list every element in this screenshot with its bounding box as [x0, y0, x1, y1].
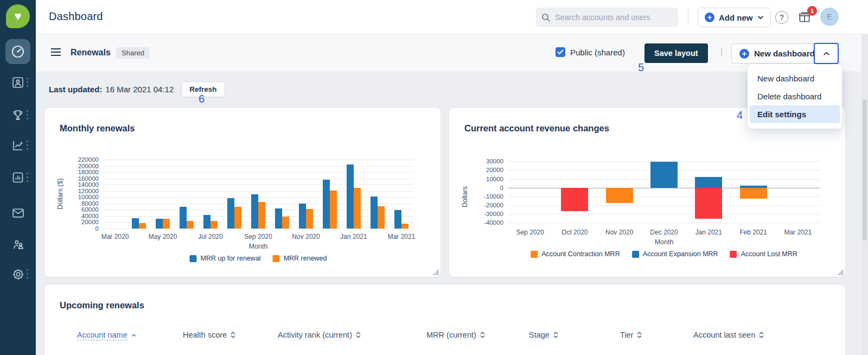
bar-nov-2020[interactable] [306, 209, 313, 229]
bar-dec-2020[interactable] [323, 180, 330, 229]
legend-item[interactable]: Account Lost MRR [730, 250, 797, 258]
bar-mar-2021[interactable] [401, 224, 409, 229]
public-checkbox[interactable] [556, 47, 565, 57]
sidebar-item-messages[interactable] [0, 200, 36, 226]
sidebar-item-growth[interactable] [0, 132, 36, 159]
bar-feb-2021[interactable] [740, 186, 767, 187]
bar-oct-2020[interactable] [282, 217, 289, 229]
sidebar-item-reports[interactable] [0, 164, 36, 191]
bar-nov-2020[interactable] [299, 204, 306, 229]
settings-drag-handle[interactable] [27, 269, 29, 278]
bar-dec-2020[interactable] [330, 191, 337, 229]
help-button[interactable]: ? [775, 11, 788, 24]
y-axis-title: Dollars [461, 186, 469, 207]
column-header-activity-rank-current[interactable]: Activity rank (current) [278, 331, 361, 339]
save-layout-button[interactable]: Save layout [644, 43, 708, 63]
resize-handle[interactable] [432, 269, 439, 275]
gridline [103, 197, 413, 198]
bar-aug-2020[interactable] [234, 207, 241, 229]
column-header-stage[interactable]: Stage [529, 331, 558, 339]
menu-item-edit-settings[interactable]: Edit settings [750, 105, 840, 123]
sidebar-item-success[interactable] [0, 102, 36, 128]
y-tick-label: 160000 [65, 175, 99, 182]
bar-feb-2021[interactable] [740, 188, 767, 199]
column-label: Stage [529, 331, 550, 339]
legend-label: Account Lost MRR [741, 250, 797, 258]
gridline [508, 214, 820, 214]
accounts-drag-handle[interactable] [27, 78, 29, 87]
bar-apr-2020[interactable] [132, 218, 139, 229]
bar-oct-2020[interactable] [275, 208, 282, 229]
legend-item[interactable]: MRR up for renewal [189, 255, 260, 262]
bar-jun-2020[interactable] [187, 221, 194, 229]
sidebar-item-settings[interactable] [0, 261, 36, 287]
bar-sep-2020[interactable] [258, 202, 265, 229]
notification-badge: 1 [807, 6, 817, 16]
bar-oct-2020[interactable] [561, 188, 588, 211]
legend-item[interactable]: Account Expansion MRR [632, 250, 718, 258]
column-header-tier[interactable]: Tier [620, 331, 642, 339]
column-header-health-score[interactable]: Health score [183, 331, 235, 339]
dashboard-menu-toggle[interactable] [814, 43, 839, 64]
bar-jun-2020[interactable] [180, 207, 187, 229]
menu-item-new-dashboard[interactable]: New dashboard [748, 69, 842, 87]
bar-mar-2021[interactable] [394, 210, 401, 229]
bar-may-2020[interactable] [156, 219, 163, 229]
sidebar-item-people[interactable] [0, 231, 36, 257]
search-input[interactable] [555, 13, 669, 22]
sidebar-item-dashboards[interactable] [5, 39, 30, 64]
whats-new-button[interactable]: 1 [797, 10, 813, 25]
app-logo[interactable]: ♥ [6, 4, 30, 28]
column-label: Tier [620, 331, 633, 339]
x-tick-label: Oct 2020 [561, 229, 588, 236]
y-tick-label: 80000 [65, 200, 99, 207]
bar-feb-2021[interactable] [371, 196, 378, 229]
column-header-account-name[interactable]: Account name [77, 331, 136, 340]
bar-jan-2021[interactable] [347, 164, 354, 229]
monthly-renewals-card: Monthly renewals Dollars ($)220000200000… [44, 108, 441, 277]
sidebar-item-accounts[interactable] [0, 69, 36, 96]
bar-sep-2020[interactable] [251, 194, 258, 229]
bar-dec-2020[interactable] [650, 162, 678, 187]
menu-item-delete-dashboard[interactable]: Delete dashboard [748, 87, 842, 105]
x-tick-label: Nov 2020 [292, 233, 320, 240]
bar-jul-2020[interactable] [203, 215, 210, 229]
y-tick-label: -20000 [470, 202, 503, 208]
scrollbar-thumb[interactable] [863, 99, 867, 240]
legend-item[interactable]: MRR renewed [273, 255, 327, 262]
gridline [103, 229, 413, 229]
column-header-account-last-seen[interactable]: Account last seen [693, 331, 764, 339]
bar-aug-2020[interactable] [227, 198, 234, 229]
bar-jan-2021[interactable] [695, 188, 722, 219]
x-axis-title: Month [655, 238, 674, 246]
bar-nov-2020[interactable] [606, 188, 633, 203]
bar-jan-2021[interactable] [695, 177, 722, 187]
bar-apr-2020[interactable] [139, 223, 146, 229]
user-card-icon [11, 76, 24, 89]
dashboard-toolbar: Renewals Shared Public (shared) Save lay… [36, 34, 868, 72]
dashboard-list-menu-icon[interactable] [51, 48, 61, 56]
chart-legend: Account Contraction MRRAccount Expansion… [531, 250, 797, 258]
success-drag-handle[interactable] [27, 110, 29, 119]
column-header-mrr-current[interactable]: MRR (current) [426, 331, 485, 339]
reports-drag-handle[interactable] [27, 173, 29, 182]
annotation-5: 5 [638, 61, 644, 74]
scrollbar-track[interactable] [861, 34, 868, 355]
resize-handle[interactable] [837, 269, 844, 275]
annotation-4: 4 [737, 109, 743, 122]
legend-item[interactable]: Account Contraction MRR [531, 250, 620, 258]
global-search[interactable] [536, 8, 678, 27]
bar-feb-2021[interactable] [378, 206, 385, 229]
bar-jul-2020[interactable] [210, 221, 218, 229]
user-avatar[interactable]: E [820, 8, 839, 26]
gridline [103, 185, 413, 185]
y-tick-label: 20000 [65, 219, 99, 225]
public-checkbox-label: Public (shared) [570, 48, 625, 57]
growth-drag-handle[interactable] [27, 141, 29, 150]
bar-jan-2021[interactable] [354, 188, 361, 229]
add-new-button[interactable]: + Add new [698, 8, 771, 27]
y-tick-label: -30000 [470, 211, 503, 217]
new-dashboard-button[interactable]: + New dashboard [731, 43, 823, 64]
bar-may-2020[interactable] [163, 219, 170, 229]
y-tick-label: 120000 [65, 188, 99, 194]
